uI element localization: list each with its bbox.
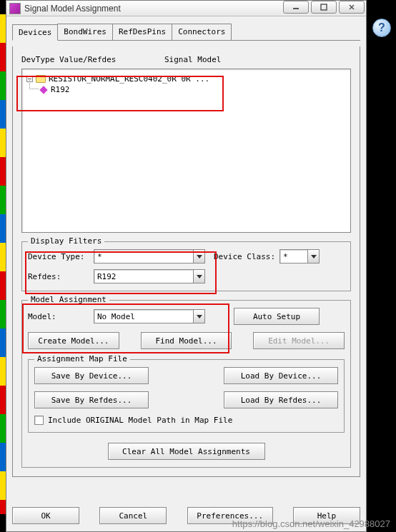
auto-setup-button[interactable]: Auto Setup — [234, 308, 320, 325]
load-by-refdes-button[interactable]: Load By Refdes... — [224, 391, 338, 408]
device-class-label: Device Class: — [214, 252, 279, 261]
help-badge[interactable]: ? — [372, 19, 391, 37]
close-icon — [348, 4, 355, 11]
save-by-refdes-button[interactable]: Save By Refdes... — [34, 391, 149, 408]
display-filters-legend: Display Filters — [28, 236, 104, 246]
save-by-device-button[interactable]: Save By Device... — [34, 367, 149, 384]
chevron-down-icon — [197, 275, 202, 278]
svg-rect-1 — [321, 4, 327, 10]
include-original-label: Include ORIGINAL Model Path in Map File — [48, 416, 232, 425]
device-class-combo[interactable] — [279, 249, 308, 264]
device-type-combo[interactable] — [94, 249, 194, 264]
refdes-dropdown-button[interactable] — [194, 269, 205, 283]
device-type-dropdown-button[interactable] — [194, 249, 205, 264]
assignment-map-file-group: Assignment Map File Save By Device... Lo… — [28, 359, 345, 433]
watermark: https://blog.csdn.net/weixin_42988027 — [232, 518, 390, 529]
model-assignment-legend: Model Assignment — [28, 295, 109, 304]
model-label: Model: — [28, 312, 94, 321]
chevron-down-icon — [311, 255, 317, 259]
refdes-combo[interactable] — [94, 269, 194, 283]
tab-connectors[interactable]: Connectors — [172, 24, 232, 40]
tab-refdespins[interactable]: RefDesPins — [112, 24, 172, 40]
minimize-button[interactable] — [283, 1, 309, 14]
signal-model-window: Signal Model Assignment ? Devices BondWi… — [6, 0, 367, 532]
model-combo[interactable] — [94, 309, 194, 323]
titlebar[interactable]: Signal Model Assignment — [6, 1, 366, 16]
ok-button[interactable]: OK — [12, 507, 79, 524]
minimize-icon — [292, 4, 300, 11]
tree-child-label: R192 — [51, 85, 70, 94]
assignment-map-file-legend: Assignment Map File — [34, 354, 130, 363]
chevron-down-icon — [197, 315, 202, 318]
clear-all-button[interactable]: Clear All Model Assignments — [108, 443, 265, 460]
model-assignment-group: Model Assignment Model: Auto Setup Creat… — [21, 300, 351, 468]
refdes-label: Refdes: — [28, 272, 94, 281]
device-class-dropdown-button[interactable] — [308, 249, 320, 264]
include-original-checkbox[interactable] — [34, 416, 44, 425]
tab-devices[interactable]: Devices — [12, 24, 58, 41]
tree-child-item[interactable]: R192 — [39, 84, 346, 95]
load-by-device-button[interactable]: Load By Device... — [224, 367, 338, 384]
create-model-button[interactable]: Create Model... — [28, 332, 119, 349]
tree-root-label: RESISTOR_NORMAL_RESC0402_0R 0R ... — [49, 74, 209, 84]
maximize-icon — [320, 4, 327, 11]
tab-strip: Devices BondWires RefDesPins Connectors — [12, 24, 360, 41]
column-header-devtype: DevType Value/Refdes — [21, 55, 164, 64]
device-type-label: Device Type: — [28, 252, 94, 261]
tree-root-item[interactable]: − RESISTOR_NORMAL_RESC0402_0R 0R ... — [26, 74, 346, 84]
tab-bondwires[interactable]: BondWires — [57, 24, 113, 40]
cancel-button[interactable]: Cancel — [99, 507, 167, 524]
model-dropdown-button[interactable] — [194, 309, 205, 323]
refdes-icon — [39, 86, 47, 94]
maximize-button[interactable] — [311, 1, 337, 14]
app-left-stripe — [0, 14, 6, 514]
window-title: Signal Model Assignment — [24, 4, 121, 14]
find-model-button[interactable]: Find Model... — [141, 332, 232, 349]
tab-panel-devices: DevType Value/Refdes Signal Model − RESI… — [12, 46, 360, 477]
display-filters-group: Display Filters Device Type: Device Clas… — [21, 241, 351, 291]
device-tree[interactable]: − RESISTOR_NORMAL_RESC0402_0R 0R ... R19… — [21, 69, 351, 233]
close-button[interactable] — [339, 1, 365, 14]
edit-model-button: Edit Model... — [253, 332, 345, 349]
column-header-sigmodel: Signal Model — [164, 55, 351, 64]
chevron-down-icon — [197, 255, 202, 259]
app-icon — [9, 3, 21, 14]
